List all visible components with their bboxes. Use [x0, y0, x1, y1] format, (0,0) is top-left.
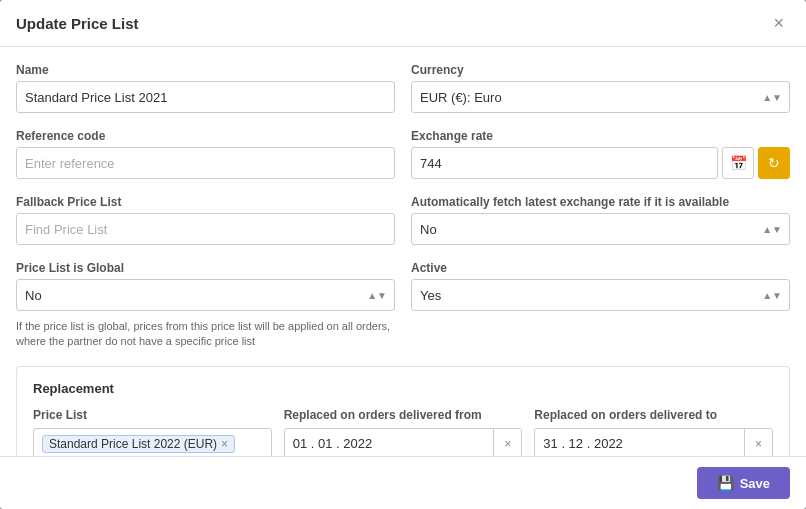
refresh-icon: ↻: [768, 155, 780, 171]
currency-select[interactable]: EUR (€): Euro: [411, 81, 790, 113]
modal-header: Update Price List ×: [0, 0, 806, 47]
replacement-section: Replacement Price List Standard Price Li…: [16, 366, 790, 456]
global-select[interactable]: No Yes: [16, 279, 395, 311]
from-date-wrapper: ×: [284, 428, 523, 456]
to-date-clear-icon[interactable]: ×: [744, 429, 772, 456]
global-select-wrapper: No Yes ▲▼: [16, 279, 395, 311]
currency-label: Currency: [411, 63, 790, 77]
name-input[interactable]: [16, 81, 395, 113]
close-button[interactable]: ×: [767, 12, 790, 34]
currency-select-wrapper: EUR (€): Euro ▲▼: [411, 81, 790, 113]
active-group: Active Yes No ▲▼: [411, 261, 790, 350]
active-label: Active: [411, 261, 790, 275]
replacement-to-col: Replaced on orders delivered to ×: [534, 408, 773, 456]
refresh-button[interactable]: ↻: [758, 147, 790, 179]
price-list-tag: Standard Price List 2022 (EUR) ×: [42, 435, 235, 453]
price-list-tag-input[interactable]: Standard Price List 2022 (EUR) ×: [33, 428, 272, 456]
form-row-4: Price List is Global No Yes ▲▼ If the pr…: [16, 261, 790, 350]
form-row-3: Fallback Price List Automatically fetch …: [16, 195, 790, 245]
replacement-from-col: Replaced on orders delivered from ×: [284, 408, 523, 456]
form-row-2: Reference code Exchange rate 📅 ↻: [16, 129, 790, 179]
fallback-input[interactable]: [16, 213, 395, 245]
to-date-input[interactable]: [535, 430, 744, 456]
reference-group: Reference code: [16, 129, 395, 179]
exchange-rate-wrapper: 📅 ↻: [411, 147, 790, 179]
price-list-tag-remove-icon[interactable]: ×: [221, 437, 228, 451]
auto-fetch-group: Automatically fetch latest exchange rate…: [411, 195, 790, 245]
from-date-clear-icon[interactable]: ×: [493, 429, 521, 456]
save-icon: 💾: [717, 475, 734, 491]
form-row-1: Name Currency EUR (€): Euro ▲▼: [16, 63, 790, 113]
active-select[interactable]: Yes No: [411, 279, 790, 311]
name-group: Name: [16, 63, 395, 113]
global-group: Price List is Global No Yes ▲▼ If the pr…: [16, 261, 395, 350]
name-label: Name: [16, 63, 395, 77]
replacement-grid: Price List Standard Price List 2022 (EUR…: [33, 408, 773, 456]
modal-title: Update Price List: [16, 15, 139, 32]
price-list-tag-label: Standard Price List 2022 (EUR): [49, 437, 217, 451]
to-date-wrapper: ×: [534, 428, 773, 456]
auto-fetch-select[interactable]: No Yes: [411, 213, 790, 245]
active-select-wrapper: Yes No ▲▼: [411, 279, 790, 311]
modal-body: Name Currency EUR (€): Euro ▲▼ Refere: [0, 47, 806, 456]
update-price-list-modal: Update Price List × Name Currency EUR (€…: [0, 0, 806, 509]
currency-group: Currency EUR (€): Euro ▲▼: [411, 63, 790, 113]
calendar-button[interactable]: 📅: [722, 147, 754, 179]
save-label: Save: [740, 476, 770, 491]
to-col-header: Replaced on orders delivered to: [534, 408, 773, 422]
fallback-label: Fallback Price List: [16, 195, 395, 209]
save-button[interactable]: 💾 Save: [697, 467, 790, 499]
replacement-title: Replacement: [33, 381, 773, 396]
reference-input[interactable]: [16, 147, 395, 179]
price-list-col-header: Price List: [33, 408, 272, 422]
auto-fetch-label: Automatically fetch latest exchange rate…: [411, 195, 790, 209]
exchange-rate-input[interactable]: [411, 147, 718, 179]
calendar-icon: 📅: [730, 155, 747, 171]
from-date-input[interactable]: [285, 430, 494, 456]
auto-fetch-select-wrapper: No Yes ▲▼: [411, 213, 790, 245]
replacement-price-list-col: Price List Standard Price List 2022 (EUR…: [33, 408, 272, 456]
exchange-rate-label: Exchange rate: [411, 129, 790, 143]
exchange-rate-group: Exchange rate 📅 ↻: [411, 129, 790, 179]
from-col-header: Replaced on orders delivered from: [284, 408, 523, 422]
modal-footer: 💾 Save: [0, 456, 806, 509]
fallback-group: Fallback Price List: [16, 195, 395, 245]
global-label: Price List is Global: [16, 261, 395, 275]
global-info-text: If the price list is global, prices from…: [16, 319, 395, 350]
reference-label: Reference code: [16, 129, 395, 143]
